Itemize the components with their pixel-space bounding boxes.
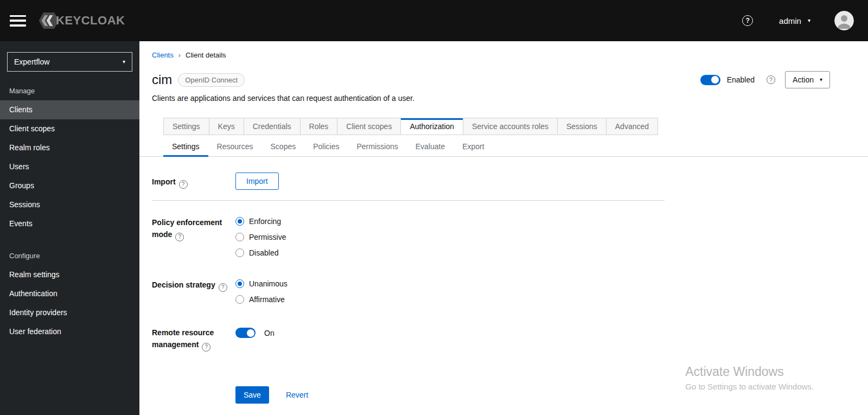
decision-strategy-options: Unanimous Affirmative — [235, 279, 288, 304]
import-label: Import? — [152, 173, 235, 189]
radio-option-unanimous[interactable]: Unanimous — [235, 279, 288, 288]
subtab-resources[interactable]: Resources — [208, 138, 262, 156]
decision-strategy-label: Decision strategy? — [152, 279, 235, 292]
sidebar-item-client-scopes[interactable]: Client scopes — [0, 119, 139, 138]
remote-resource-toggle[interactable] — [235, 328, 256, 338]
decision-strategy-row: Decision strategy? Unanimous Affirmative — [152, 279, 868, 304]
remote-resource-management-label: Remote resource management? — [152, 327, 235, 352]
main-content: Clients › Client details cim OpenID Conn… — [139, 41, 868, 415]
subtab-scopes[interactable]: Scopes — [262, 138, 305, 156]
radio-indicator — [235, 279, 244, 288]
tab-settings[interactable]: Settings — [164, 118, 209, 135]
help-icon[interactable]: ? — [179, 180, 188, 189]
nav-group-configure: Configure Realm settings Authentication … — [0, 247, 139, 341]
revert-link[interactable]: Revert — [286, 391, 308, 399]
tab-roles[interactable]: Roles — [301, 118, 338, 135]
authorization-settings-form: Import? Import Policy enforcement mode? … — [139, 157, 868, 404]
nav-section-label-configure: Configure — [0, 247, 139, 265]
chevron-down-icon: ▾ — [820, 77, 822, 82]
sidebar-item-user-federation[interactable]: User federation — [0, 322, 139, 341]
remote-resource-management-row: Remote resource management? On — [152, 327, 868, 352]
breadcrumb-clients-link[interactable]: Clients — [152, 51, 174, 59]
tab-service-accounts-roles[interactable]: Service accounts roles — [463, 118, 558, 135]
action-menu-button[interactable]: Action ▾ — [785, 71, 830, 88]
sidebar: Expertflow ▾ Manage Clients Client scope… — [0, 41, 139, 415]
enabled-toggle[interactable] — [700, 75, 720, 85]
radio-option-disabled[interactable]: Disabled — [235, 248, 286, 257]
radio-indicator — [235, 217, 244, 226]
radio-indicator — [235, 295, 244, 304]
form-actions: Save Revert — [235, 386, 868, 404]
import-row: Import? Import — [152, 173, 868, 190]
help-icon[interactable]: ? — [175, 233, 184, 241]
import-button[interactable]: Import — [235, 173, 279, 190]
breadcrumb-current: Client details — [186, 51, 226, 59]
policy-enforcement-mode-label: Policy enforcement mode? — [152, 216, 235, 241]
save-button[interactable]: Save — [235, 386, 269, 404]
sidebar-item-realm-settings[interactable]: Realm settings — [0, 265, 139, 284]
keycloak-brand: KEYCLOAK — [38, 10, 125, 31]
help-icon[interactable]: ? — [202, 343, 210, 352]
tab-advanced[interactable]: Advanced — [607, 118, 658, 135]
action-menu-label: Action — [793, 75, 814, 84]
sidebar-item-groups[interactable]: Groups — [0, 176, 139, 195]
breadcrumb-separator-icon: › — [178, 51, 181, 59]
radio-option-affirmative[interactable]: Affirmative — [235, 295, 288, 304]
brand-wordmark: KEYCLOAK — [56, 14, 125, 28]
help-icon[interactable]: ? — [742, 15, 753, 26]
subtab-export[interactable]: Export — [454, 138, 493, 156]
remote-resource-management-control: On — [235, 327, 275, 338]
realm-selector-value: Expertflow — [14, 58, 49, 66]
chevron-down-icon: ▾ — [123, 59, 125, 65]
avatar[interactable] — [834, 11, 854, 30]
client-description: Clients are applications and services th… — [152, 94, 830, 103]
user-menu[interactable]: admin ▾ — [779, 16, 810, 25]
sidebar-item-realm-roles[interactable]: Realm roles — [0, 138, 139, 157]
header-row: cim OpenID Connect Enabled ? Action ▾ — [152, 71, 830, 88]
enabled-label: Enabled — [727, 75, 755, 84]
sidebar-item-sessions[interactable]: Sessions — [0, 195, 139, 214]
policy-enforcement-mode-options: Enforcing Permissive Disabled — [235, 216, 286, 257]
nav-group-manage: Manage Clients Client scopes Realm roles… — [0, 82, 139, 233]
sidebar-item-authentication[interactable]: Authentication — [0, 284, 139, 303]
tab-sessions[interactable]: Sessions — [558, 118, 607, 135]
policy-enforcement-mode-row: Policy enforcement mode? Enforcing Permi… — [152, 216, 868, 257]
tab-credentials[interactable]: Credentials — [244, 118, 301, 135]
help-icon[interactable]: ? — [767, 75, 775, 84]
tab-keys[interactable]: Keys — [209, 118, 244, 135]
topbar-right: ? admin ▾ — [742, 11, 854, 30]
menu-toggle-button[interactable] — [10, 15, 26, 27]
client-tabs: Settings Keys Credentials Roles Client s… — [163, 118, 658, 135]
remote-resource-toggle-state: On — [264, 329, 275, 337]
topbar: KEYCLOAK ? admin ▾ — [0, 0, 868, 41]
page-title: cim — [152, 72, 172, 87]
user-menu-label: admin — [779, 16, 801, 25]
radio-indicator — [235, 233, 244, 241]
chevron-down-icon: ▾ — [808, 18, 810, 23]
sidebar-item-users[interactable]: Users — [0, 157, 139, 176]
sidebar-item-events[interactable]: Events — [0, 214, 139, 233]
tab-client-scopes[interactable]: Client scopes — [337, 118, 401, 135]
protocol-badge: OpenID Connect — [178, 73, 245, 87]
authorization-subtabs: Settings Resources Scopes Policies Permi… — [139, 138, 868, 157]
radio-option-permissive[interactable]: Permissive — [235, 233, 286, 241]
help-icon[interactable]: ? — [219, 283, 227, 292]
tab-authorization[interactable]: Authorization — [401, 118, 463, 135]
subtab-evaluate[interactable]: Evaluate — [407, 138, 454, 156]
divider — [152, 200, 665, 201]
sidebar-item-clients[interactable]: Clients — [0, 100, 139, 119]
nav-section-label-manage: Manage — [0, 82, 139, 100]
subtab-policies[interactable]: Policies — [304, 138, 348, 156]
content-header: Clients › Client details cim OpenID Conn… — [139, 41, 868, 103]
breadcrumb: Clients › Client details — [152, 51, 830, 59]
radio-indicator — [235, 248, 244, 257]
sidebar-item-identity-providers[interactable]: Identity providers — [0, 303, 139, 322]
subtab-settings[interactable]: Settings — [163, 138, 208, 156]
realm-selector[interactable]: Expertflow ▾ — [7, 52, 132, 72]
header-controls: Enabled ? Action ▾ — [700, 71, 830, 88]
radio-option-enforcing[interactable]: Enforcing — [235, 217, 286, 226]
subtab-permissions[interactable]: Permissions — [348, 138, 406, 156]
